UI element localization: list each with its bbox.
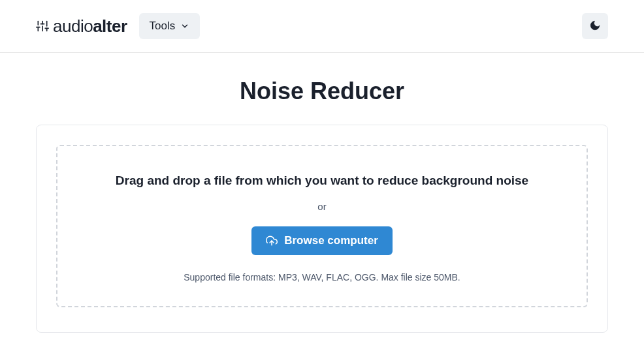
theme-toggle-button[interactable]	[582, 13, 608, 39]
upload-card: Drag and drop a file from which you want…	[36, 125, 608, 333]
logo-text: audioalter	[53, 16, 127, 37]
tools-label: Tools	[150, 20, 176, 33]
cloud-upload-icon	[266, 235, 278, 247]
header: audioalter Tools	[0, 0, 644, 53]
supported-formats-text: Supported file formats: MP3, WAV, FLAC, …	[184, 272, 460, 282]
dropzone-instruction: Drag and drop a file from which you want…	[116, 174, 528, 188]
sliders-icon	[36, 20, 49, 33]
browse-computer-button[interactable]: Browse computer	[251, 226, 393, 255]
dropzone-or-label: or	[317, 201, 326, 212]
header-left: audioalter Tools	[36, 13, 200, 39]
logo-link[interactable]: audioalter	[36, 16, 127, 37]
browse-button-label: Browse computer	[284, 234, 378, 247]
chevron-down-icon	[180, 22, 189, 31]
page-title: Noise Reducer	[0, 78, 644, 105]
moon-icon	[589, 20, 601, 33]
tools-dropdown-button[interactable]: Tools	[139, 13, 201, 39]
dropzone[interactable]: Drag and drop a file from which you want…	[56, 145, 588, 307]
